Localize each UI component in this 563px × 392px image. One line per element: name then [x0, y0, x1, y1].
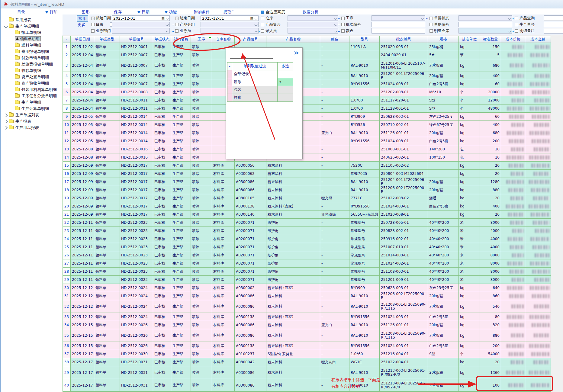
column-header-15[interactable]: 基准单位: [459, 36, 480, 43]
checkbox-icon[interactable]: [261, 29, 264, 33]
cell-qty[interactable]: 10: [480, 145, 501, 153]
cell-color[interactable]: -: [320, 137, 349, 145]
cell-status[interactable]: 已审核: [153, 59, 171, 72]
cell-unit[interactable]: kg: [459, 178, 480, 186]
cell-date[interactable]: 2025-12-09: [71, 162, 94, 169]
cell-spec[interactable]: 20kg/箱: [428, 129, 459, 137]
cell-price[interactable]: [501, 210, 525, 218]
cell-code[interactable]: A0200071: [235, 235, 266, 243]
cell-model[interactable]: 常规型号: [349, 268, 380, 275]
cell-color[interactable]: -: [320, 153, 349, 161]
cell-dept[interactable]: 生产部: [171, 243, 191, 251]
cell-type[interactable]: 领料单: [94, 251, 120, 259]
filter-combo-业务部门[interactable]: [112, 28, 170, 34]
cell-dept[interactable]: 生产部: [171, 178, 191, 186]
cell-type[interactable]: 领料单: [94, 284, 120, 292]
cell-status[interactable]: 已审核: [153, 129, 171, 137]
cell-spec[interactable]: S型: [428, 104, 459, 112]
cell-proc[interactable]: 喷涂: [191, 358, 212, 366]
cell-color[interactable]: -: [320, 251, 349, 259]
cell-n[interactable]: 39: [63, 366, 71, 379]
cell-proc[interactable]: 喷涂: [191, 276, 212, 284]
dropdown-arrow-icon[interactable]: [166, 17, 169, 20]
column-header-16[interactable]: 标准数量: [480, 36, 501, 43]
cell-doc[interactable]: HD-2512-0017: [120, 162, 153, 169]
checkbox-icon[interactable]: [341, 29, 345, 33]
cell-doc[interactable]: HD-2512-0030: [120, 350, 153, 358]
cell-n[interactable]: 21: [63, 210, 71, 218]
cell-type[interactable]: 领料单: [94, 235, 120, 243]
cell-spec[interactable]: [428, 162, 459, 169]
cell-date[interactable]: 2025-12-05: [71, 137, 94, 145]
cell-type[interactable]: 领料单: [94, 186, 120, 194]
cell-amount[interactable]: [525, 284, 551, 292]
cell-unit[interactable]: 米: [459, 259, 480, 267]
filter-combo-录入员[interactable]: [288, 28, 338, 34]
column-header-9[interactable]: 产品编号: [235, 36, 266, 43]
column-header-10[interactable]: 产品名称: [266, 36, 320, 43]
sidebar-item-12[interactable]: 包装用料测算单明细: [1, 86, 63, 93]
cell-amount[interactable]: [525, 80, 551, 88]
cell-amount[interactable]: [525, 210, 551, 218]
cell-dept[interactable]: 生产部: [171, 268, 191, 275]
cell-qty[interactable]: 20: [480, 358, 501, 366]
cell-type[interactable]: 领料单: [94, 145, 120, 153]
cell-unit[interactable]: kg: [459, 72, 480, 80]
cell-batch[interactable]: 2404-0029-01: [380, 51, 428, 59]
cell-price[interactable]: [501, 59, 525, 72]
dropdown-arrow-icon[interactable]: [421, 17, 424, 20]
cell-name[interactable]: 粉末涂料: [266, 321, 320, 329]
cell-qty[interactable]: 640: [480, 284, 501, 292]
cell-model[interactable]: 常规型号: [349, 227, 380, 235]
cell-color[interactable]: -: [320, 72, 349, 80]
cell-doc[interactable]: HD-2512-0023: [120, 251, 153, 259]
cell-n[interactable]: 4: [63, 72, 71, 80]
cell-spec[interactable]: [428, 210, 459, 218]
cell-n[interactable]: 35: [63, 329, 71, 342]
cell-amount[interactable]: [525, 104, 551, 112]
common-filters-button[interactable]: 常用: [77, 15, 88, 22]
cell-dept[interactable]: 生产部: [171, 88, 191, 96]
cell-date[interactable]: 2025-12-09: [71, 202, 94, 210]
cell-type[interactable]: 领料单: [94, 292, 120, 300]
popup-value-label[interactable]: 喷涂: [232, 78, 278, 86]
cell-date[interactable]: 2025-12-12: [71, 300, 94, 313]
cell-unit[interactable]: 个: [459, 96, 480, 104]
cell-proc[interactable]: 喷涂: [191, 129, 212, 137]
cell-color[interactable]: -: [320, 235, 349, 243]
cell-dept[interactable]: 生产部: [171, 186, 191, 194]
cell-unit[interactable]: 个: [459, 88, 480, 96]
cell-qty[interactable]: 880: [480, 186, 501, 194]
cell-date[interactable]: 2025-12-05: [71, 113, 94, 120]
cell-status[interactable]: 已审核: [153, 251, 171, 259]
cell-status[interactable]: 已审核: [153, 88, 171, 96]
cell-dept[interactable]: 生产部: [171, 259, 191, 267]
cell-dept[interactable]: 生产部: [171, 342, 191, 350]
cell-proc[interactable]: 喷涂: [191, 137, 212, 145]
column-header-17[interactable]: 成本价格: [501, 36, 525, 43]
cell-amount[interactable]: [525, 43, 551, 51]
cell-batch[interactable]: 251206-002-LT2025090-R: [380, 292, 428, 300]
cell-n[interactable]: 16: [63, 170, 71, 178]
cell-doc[interactable]: HD-2512-0023: [120, 243, 153, 251]
filter-checkbox-明细备注[interactable]: 明细备注: [515, 28, 535, 34]
cell-type[interactable]: 领料单: [94, 88, 120, 96]
dropdown-arrow-icon[interactable]: [255, 17, 258, 20]
toolbar-item-3[interactable]: 图形: [82, 9, 89, 15]
cell-code[interactable]: A0300140: [235, 210, 266, 218]
cell-code[interactable]: A0300086: [235, 321, 266, 329]
cell-n[interactable]: 2: [63, 51, 71, 59]
cell-doc[interactable]: HD-2512-0007: [120, 72, 153, 80]
cell-proc[interactable]: 喷涂: [191, 219, 212, 227]
cell-price[interactable]: [501, 137, 525, 145]
cell-code[interactable]: A0200071: [235, 268, 266, 275]
cell-amount[interactable]: [525, 276, 551, 284]
cell-spec[interactable]: 白色2号5度: [428, 137, 459, 145]
cell-model[interactable]: 常规型号: [349, 276, 380, 284]
filter-date-input-结束日期[interactable]: 2025-12-31▦: [201, 15, 259, 21]
cell-spec[interactable]: 20kg/箱: [428, 59, 459, 72]
cell-unit[interactable]: kg: [459, 186, 480, 194]
sidebar-item-6[interactable]: 费用报销单明细: [1, 48, 63, 55]
cell-code[interactable]: A0300105: [235, 194, 266, 202]
cell-color[interactable]: -: [320, 243, 349, 251]
